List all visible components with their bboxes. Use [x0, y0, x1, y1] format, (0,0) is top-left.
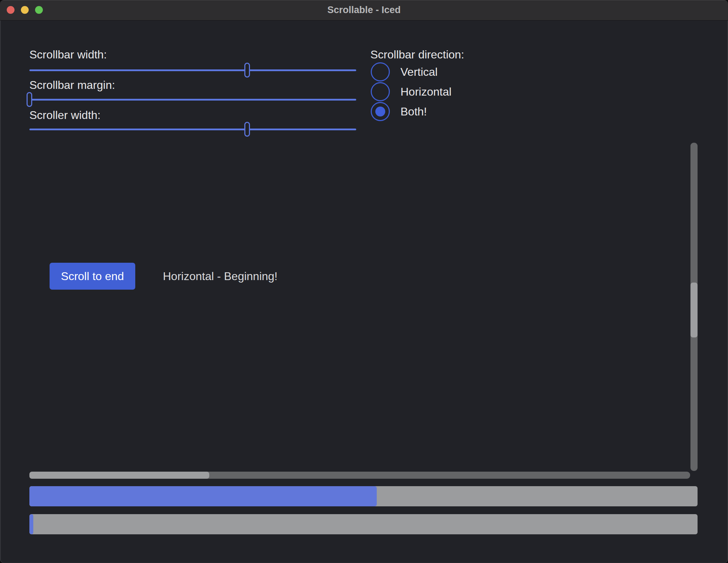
scrollbar-margin-slider[interactable]	[29, 92, 356, 107]
radio-option-horizontal[interactable]: Horizontal	[371, 82, 451, 101]
radio-option-vertical[interactable]: Vertical	[371, 62, 438, 81]
radio-label: Vertical	[400, 66, 438, 79]
vertical-scrollbar[interactable]	[690, 143, 698, 471]
radio-circle[interactable]	[371, 62, 390, 81]
slider-rail	[29, 69, 356, 71]
scrollbar-direction-label: Scrollbar direction:	[370, 48, 464, 61]
scrollbar-width-slider[interactable]	[29, 63, 356, 78]
horizontal-scrollbar[interactable]	[29, 472, 690, 479]
horizontal-scrollbar-thumb[interactable]	[29, 472, 209, 479]
radio-circle[interactable]	[371, 102, 390, 121]
titlebar: Scrollable - Iced	[0, 0, 728, 20]
app-window: Scrollable - Iced Scrollbar width: Scrol…	[0, 0, 728, 563]
slider-rail	[29, 129, 356, 130]
scroll-status-text: Horizontal - Beginning!	[163, 263, 278, 290]
slider-rail	[29, 99, 356, 101]
vertical-scrollbar-thumb[interactable]	[690, 283, 698, 337]
progress-bar-2	[29, 514, 698, 534]
scrollbar-margin-label: Scrollbar margin:	[29, 79, 115, 92]
progress-bar-1	[29, 486, 698, 506]
radio-circle[interactable]	[371, 82, 390, 101]
slider-handle[interactable]	[244, 122, 250, 137]
scroller-width-label: Scroller width:	[29, 109, 101, 122]
radio-option-both[interactable]: Both!	[371, 102, 427, 121]
progress-bar-1-fill	[29, 486, 377, 506]
progress-bar-2-fill	[29, 514, 33, 534]
slider-handle[interactable]	[27, 92, 32, 107]
radio-label: Horizontal	[400, 85, 451, 98]
scroller-width-slider[interactable]	[29, 122, 356, 137]
radio-dot	[375, 107, 385, 116]
window-title: Scrollable - Iced	[0, 0, 728, 20]
scroll-to-end-button[interactable]: Scroll to end	[50, 263, 135, 290]
slider-handle[interactable]	[244, 63, 250, 78]
scrollbar-width-label: Scrollbar width:	[29, 48, 107, 61]
radio-label: Both!	[400, 105, 427, 118]
